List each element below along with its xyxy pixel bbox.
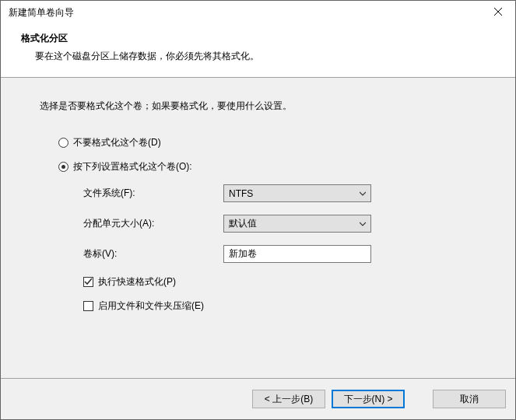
- volume-label-label: 卷标(V):: [83, 247, 223, 261]
- close-button[interactable]: [480, 1, 515, 24]
- header-heading: 格式化分区: [21, 32, 500, 45]
- allocation-unit-value: 默认值: [229, 217, 360, 230]
- wizard-window: 新建简单卷向导 格式化分区 要在这个磁盘分区上储存数据，你必须先将其格式化。 选…: [0, 0, 516, 420]
- titlebar: 新建简单卷向导: [1, 1, 515, 24]
- filesystem-dropdown[interactable]: NTFS: [223, 184, 371, 202]
- radio-icon: [58, 138, 68, 148]
- radio-noformat[interactable]: 不要格式化这个卷(D): [58, 136, 476, 149]
- chevron-down-icon: [360, 191, 366, 197]
- allocation-unit-label: 分配单元大小(A):: [83, 217, 223, 230]
- radio-format-label: 按下列设置格式化这个卷(O):: [73, 160, 192, 173]
- header-subheading: 要在这个磁盘分区上储存数据，你必须先将其格式化。: [35, 50, 500, 63]
- volume-label-row: 卷标(V):: [83, 245, 476, 263]
- volume-label-input[interactable]: [223, 245, 371, 263]
- wizard-footer: < 上一步(B) 下一步(N) > 取消: [1, 378, 515, 419]
- compression-label: 启用文件和文件夹压缩(E): [98, 299, 204, 313]
- radio-format[interactable]: 按下列设置格式化这个卷(O):: [58, 160, 476, 173]
- checkbox-icon: [83, 277, 93, 287]
- window-title: 新建简单卷向导: [9, 6, 480, 19]
- quickformat-checkbox[interactable]: 执行快速格式化(P): [83, 275, 476, 289]
- allocation-unit-dropdown[interactable]: 默认值: [223, 215, 371, 233]
- instruction-text: 选择是否要格式化这个卷；如果要格式化，要使用什么设置。: [40, 100, 476, 113]
- wizard-header: 格式化分区 要在这个磁盘分区上储存数据，你必须先将其格式化。: [1, 24, 515, 77]
- next-button[interactable]: 下一步(N) >: [332, 390, 405, 408]
- quickformat-label: 执行快速格式化(P): [98, 275, 176, 289]
- button-spacer: [411, 390, 426, 408]
- chevron-down-icon: [360, 221, 366, 227]
- compression-checkbox[interactable]: 启用文件和文件夹压缩(E): [83, 299, 476, 313]
- allocation-unit-row: 分配单元大小(A): 默认值: [83, 215, 476, 233]
- format-options-group: 文件系统(F): NTFS 分配单元大小(A): 默认值: [83, 184, 476, 263]
- radio-noformat-label: 不要格式化这个卷(D): [73, 136, 161, 149]
- close-icon: [494, 7, 502, 18]
- checkbox-icon: [83, 301, 93, 311]
- radio-icon: [58, 162, 68, 172]
- wizard-content: 选择是否要格式化这个卷；如果要格式化，要使用什么设置。 不要格式化这个卷(D) …: [1, 78, 515, 378]
- filesystem-value: NTFS: [229, 188, 360, 199]
- filesystem-row: 文件系统(F): NTFS: [83, 184, 476, 202]
- filesystem-label: 文件系统(F):: [83, 187, 223, 200]
- cancel-button[interactable]: 取消: [433, 390, 506, 408]
- back-button[interactable]: < 上一步(B): [252, 390, 325, 408]
